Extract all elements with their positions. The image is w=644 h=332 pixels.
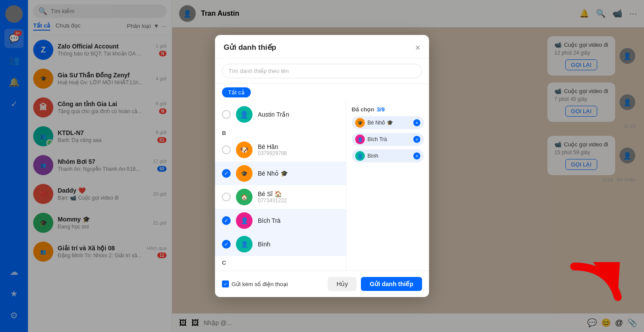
chip-remove-benho[interactable]: × — [413, 119, 420, 126]
contact-check-benho: ✓ — [222, 169, 231, 178]
contact-info-austin: Austin Trần — [258, 111, 339, 118]
contact-check-austin — [222, 110, 231, 119]
contact-avatar-besi: 🏠 — [236, 189, 253, 205]
contact-check-besi — [222, 193, 231, 201]
contact-row-behan[interactable]: 🐶 Bé Hân 0379929788 — [215, 138, 346, 162]
selected-label: Đã chọn — [352, 106, 374, 113]
send-with-phone: ✓ Gửi kèm số điện thoại — [222, 280, 288, 287]
contact-avatar-benho: 🎓 — [236, 165, 253, 182]
contact-check-bichtra: ✓ — [222, 216, 231, 225]
modal-overlay[interactable]: Gửi danh thiếp × Tất cả 👤 Austin Trần — [0, 0, 644, 332]
section-b: B — [215, 126, 346, 138]
contact-name-austin: Austin Trần — [258, 111, 339, 118]
contact-name-benho: Bé Nhỏ 🎓 — [258, 170, 339, 177]
contact-row-austin[interactable]: 👤 Austin Trần — [215, 103, 346, 126]
selected-count: 3/9 — [377, 106, 384, 113]
chip-remove-bichtra[interactable]: × — [413, 136, 420, 143]
selected-chip-binh: 👤 Bình × — [352, 149, 424, 163]
modal-close-button[interactable]: × — [415, 43, 420, 52]
modal-title: Gửi danh thiếp — [224, 43, 276, 52]
selected-chip-bichtra: 👤 Bích Trà × — [352, 133, 424, 146]
footer-buttons: Hủy Gửi danh thiếp — [328, 277, 422, 291]
contact-info-bichtra: Bích Trà — [258, 217, 339, 224]
modal-search-input[interactable] — [222, 64, 422, 78]
contact-info-behan: Bé Hân 0379929788 — [258, 143, 339, 156]
modal-search — [215, 59, 429, 84]
contact-avatar-austin: 👤 — [236, 106, 253, 123]
contact-row-bichtra[interactable]: ✓ 👤 Bích Trà — [215, 209, 346, 232]
contact-name-binh: Bình — [258, 241, 339, 248]
selected-chip-benho: 🎓 Bé Nhỏ 🎓 × — [352, 116, 424, 129]
contact-sub-behan: 0379929788 — [258, 150, 339, 156]
chip-remove-binh[interactable]: × — [413, 152, 420, 159]
contact-info-besi: Bé Sĩ 🏠 0773431222 — [258, 190, 339, 204]
contact-name-bichtra: Bích Trà — [258, 217, 339, 224]
filter-all-pill[interactable]: Tất cả — [222, 87, 251, 97]
contact-name-besi: Bé Sĩ 🏠 — [258, 190, 339, 197]
contact-sub-besi: 0773431222 — [258, 197, 339, 204]
contact-row-binh[interactable]: ✓ 👤 Bình — [215, 232, 346, 256]
chip-avatar-binh: 👤 — [355, 151, 365, 161]
chip-avatar-bichtra: 👤 — [355, 135, 365, 144]
selected-header: Đã chọn 3/9 — [352, 106, 424, 113]
send-button[interactable]: Gửi danh thiếp — [361, 277, 422, 291]
contact-avatar-bichtra: 👤 — [236, 212, 253, 229]
modal-filter: Tất cả — [215, 84, 429, 101]
chip-name-benho: Bé Nhỏ 🎓 — [367, 120, 411, 126]
send-with-phone-checkbox[interactable]: ✓ — [222, 280, 229, 287]
contact-row-benho[interactable]: ✓ 🎓 Bé Nhỏ 🎓 — [215, 162, 346, 185]
contact-name-behan: Bé Hân — [258, 143, 339, 150]
chip-name-binh: Bình — [367, 153, 411, 159]
contact-avatar-behan: 🐶 — [236, 142, 253, 158]
selected-panel: Đã chọn 3/9 🎓 Bé Nhỏ 🎓 × 👤 Bích Trà × — [346, 101, 429, 270]
contact-list: 👤 Austin Trần B 🐶 Bé Hân 0379929788 — [215, 101, 346, 270]
contact-info-benho: Bé Nhỏ 🎓 — [258, 170, 339, 177]
arrow-indicator — [548, 262, 635, 315]
cancel-button[interactable]: Hủy — [328, 277, 357, 291]
contact-info-binh: Bình — [258, 241, 339, 248]
section-c: C — [215, 256, 346, 268]
contact-avatar-binh: 👤 — [236, 236, 253, 252]
modal-header: Gửi danh thiếp × — [215, 35, 429, 59]
modal-footer: ✓ Gửi kèm số điện thoại Hủy Gửi danh thi… — [215, 270, 429, 297]
send-with-phone-label: Gửi kèm số điện thoại — [232, 281, 288, 287]
contact-row-besi[interactable]: 🏠 Bé Sĩ 🏠 0773431222 — [215, 185, 346, 209]
contact-check-binh: ✓ — [222, 240, 231, 249]
modal-body: 👤 Austin Trần B 🐶 Bé Hân 0379929788 — [215, 101, 429, 270]
chip-avatar-benho: 🎓 — [355, 118, 365, 128]
contact-check-behan — [222, 145, 231, 154]
send-card-modal: Gửi danh thiếp × Tất cả 👤 Austin Trần — [215, 35, 429, 297]
chip-name-bichtra: Bích Trà — [367, 136, 411, 142]
